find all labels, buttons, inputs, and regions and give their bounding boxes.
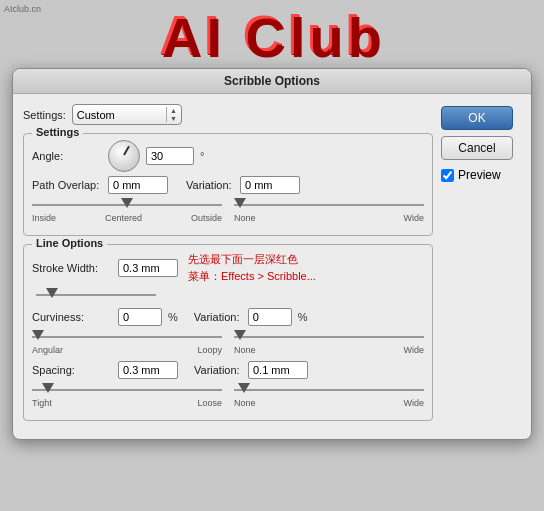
- variation-thumb[interactable]: [234, 198, 246, 208]
- variation-slider-labels: None Wide: [234, 213, 424, 223]
- scribble-options-dialog: Scribble Options Settings: Custom ▲ ▼ Se…: [12, 68, 532, 440]
- curviness-row: Curviness: % Variation: %: [32, 308, 424, 326]
- curviness-variation-input[interactable]: [248, 308, 292, 326]
- angle-row: Angle: °: [32, 140, 424, 172]
- spacing-thumb[interactable]: [42, 383, 54, 393]
- curviness-var-labels: None Wide: [234, 345, 424, 355]
- dropdown-arrows[interactable]: ▲ ▼: [166, 107, 177, 122]
- curviness-track: [32, 336, 222, 338]
- stroke-width-slider-area: [32, 288, 424, 302]
- angle-label: Angle:: [32, 150, 102, 162]
- spacing-label: Spacing:: [32, 364, 112, 376]
- overlap-label-outside: Outside: [191, 213, 222, 223]
- spacing-track: [32, 389, 222, 391]
- preview-row: Preview: [441, 168, 521, 182]
- angle-input[interactable]: [146, 147, 194, 165]
- spacing-slider-block: Tight Loose: [32, 383, 226, 408]
- spacing-variation-label: Variation:: [194, 364, 242, 376]
- annotation-line2: 菜单：Effects > Scribble...: [188, 268, 316, 285]
- spacing-var-none: None: [234, 398, 256, 408]
- overlap-label-centered: Centered: [105, 213, 142, 223]
- spacing-input[interactable]: [118, 361, 178, 379]
- variation-slider-block: None Wide: [226, 198, 424, 223]
- dialog-titlebar: Scribble Options: [13, 69, 531, 94]
- dialog-left-panel: Settings: Custom ▲ ▼ Settings Angle:: [23, 104, 433, 429]
- curviness-percent: %: [168, 311, 178, 323]
- cancel-button[interactable]: Cancel: [441, 136, 513, 160]
- variation-track: [234, 204, 424, 206]
- app-title: AI Club: [160, 8, 384, 64]
- overlap-slider-block: Inside Centered Outside: [32, 198, 226, 223]
- curviness-var-thumb[interactable]: [234, 330, 246, 340]
- line-options-group: Line Options Stroke Width: 先选最下面一层深红色 菜单…: [23, 244, 433, 421]
- spacing-var-labels: None Wide: [234, 398, 424, 408]
- annotation-text: 先选最下面一层深红色 菜单：Effects > Scribble...: [188, 251, 316, 284]
- settings-value: Custom: [77, 109, 166, 121]
- path-overlap-row: Path Overlap: Variation:: [32, 176, 424, 194]
- curviness-label: Curviness:: [32, 311, 112, 323]
- curviness-sliders-row: Angular Loopy None Wide: [32, 330, 424, 355]
- stroke-width-input[interactable]: [118, 259, 178, 277]
- curviness-variation-percent: %: [298, 311, 308, 323]
- settings-group: Settings Angle: ° Path Overlap: Variatio…: [23, 133, 433, 236]
- overlap-sliders-row: Inside Centered Outside None: [32, 198, 424, 223]
- spacing-var-thumb[interactable]: [238, 383, 250, 393]
- settings-label: Settings:: [23, 109, 66, 121]
- degree-symbol: °: [200, 150, 204, 162]
- path-overlap-label: Path Overlap:: [32, 179, 102, 191]
- spacing-sliders-row: Tight Loose None Wide: [32, 383, 424, 408]
- curviness-var-slider-block: None Wide: [226, 330, 424, 355]
- line-options-label: Line Options: [32, 237, 107, 249]
- overlap-variation-label: Variation:: [186, 179, 234, 191]
- spacing-var-track: [234, 389, 424, 391]
- dialog-right-panel: OK Cancel Preview: [441, 104, 521, 429]
- settings-row: Settings: Custom ▲ ▼: [23, 104, 433, 125]
- curviness-slider-labels: Angular Loopy: [32, 345, 222, 355]
- curviness-var-none: None: [234, 345, 256, 355]
- curviness-variation-label: Variation:: [194, 311, 242, 323]
- curviness-label-loopy: Loopy: [197, 345, 222, 355]
- curviness-label-angular: Angular: [32, 345, 63, 355]
- spacing-var-slider-block: None Wide: [226, 383, 424, 408]
- overlap-thumb[interactable]: [121, 198, 133, 208]
- stroke-width-label: Stroke Width:: [32, 262, 112, 274]
- header: AIclub.cn AI Club: [0, 0, 544, 68]
- spacing-slider-labels: Tight Loose: [32, 398, 222, 408]
- watermark-text: AIclub.cn: [4, 4, 41, 14]
- spacing-var-wide: Wide: [403, 398, 424, 408]
- curviness-thumb[interactable]: [32, 330, 44, 340]
- variation-label-wide: Wide: [403, 213, 424, 223]
- curviness-input[interactable]: [118, 308, 162, 326]
- variation-label-none: None: [234, 213, 256, 223]
- spacing-row: Spacing: Variation:: [32, 361, 424, 379]
- stroke-width-thumb[interactable]: [46, 288, 58, 298]
- settings-dropdown[interactable]: Custom ▲ ▼: [72, 104, 182, 125]
- spacing-label-loose: Loose: [197, 398, 222, 408]
- curviness-var-wide: Wide: [403, 345, 424, 355]
- spacing-label-tight: Tight: [32, 398, 52, 408]
- stroke-width-row: Stroke Width: 先选最下面一层深红色 菜单：Effects > Sc…: [32, 251, 424, 284]
- preview-checkbox[interactable]: [441, 169, 454, 182]
- dropdown-up-arrow[interactable]: ▲: [170, 107, 177, 115]
- curviness-var-track: [234, 336, 424, 338]
- angle-knob[interactable]: [108, 140, 140, 172]
- knob-tick: [123, 146, 130, 156]
- settings-group-label: Settings: [32, 126, 83, 138]
- overlap-slider-labels: Inside Centered Outside: [32, 213, 222, 223]
- dialog-body: Settings: Custom ▲ ▼ Settings Angle:: [13, 94, 531, 439]
- ok-button[interactable]: OK: [441, 106, 513, 130]
- curviness-slider-block: Angular Loopy: [32, 330, 226, 355]
- annotation-line1: 先选最下面一层深红色: [188, 251, 316, 268]
- dialog-title: Scribble Options: [224, 74, 320, 88]
- spacing-variation-input[interactable]: [248, 361, 308, 379]
- path-overlap-input[interactable]: [108, 176, 168, 194]
- overlap-variation-input[interactable]: [240, 176, 300, 194]
- preview-label: Preview: [458, 168, 501, 182]
- dropdown-down-arrow[interactable]: ▼: [170, 115, 177, 123]
- overlap-label-inside: Inside: [32, 213, 56, 223]
